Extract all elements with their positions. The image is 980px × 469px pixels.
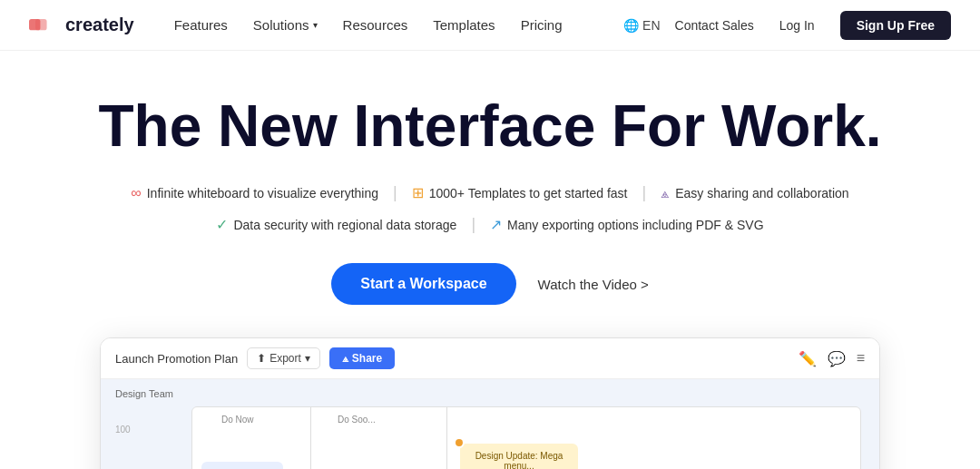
nav-right: 🌐 EN Contact Sales Log In Sign Up Free — [623, 11, 951, 40]
feature-templates: ⊞ 1000+ Templates to get started fast — [397, 184, 642, 201]
column-divider-1 — [310, 407, 311, 469]
nav-links: Features Solutions ▾ Resources Templates… — [163, 10, 623, 40]
hero-features-row1: ∞ Infinite whiteboard to visualize every… — [29, 183, 951, 202]
card-design-update-text: Design Update: Mega menu... — [475, 451, 564, 469]
globe-icon: 🌐 — [623, 18, 639, 33]
export-icon: ↗ — [490, 216, 502, 233]
card-launch-email[interactable]: Launch Email Design Shiva — [201, 462, 283, 469]
hero-title: The New Interface For Work. — [29, 94, 951, 158]
share-icon: ⟁ — [661, 185, 670, 201]
edit-icon[interactable]: ✏️ — [799, 350, 817, 367]
export-button[interactable]: ⬆ Export ▾ — [247, 347, 320, 369]
logo-text: creately — [65, 15, 134, 35]
nav-resources[interactable]: Resources — [332, 10, 419, 40]
feature-security: ✓ Data security with regional data stora… — [201, 216, 471, 233]
app-toolbar: Launch Promotion Plan ⬆ Export ▾ ⟁ Share… — [101, 338, 879, 379]
feature-share: ⟁ Easy sharing and collaboration — [646, 185, 863, 201]
canvas-board: Do Now Do Soo... Launch Email Design Shi… — [191, 406, 861, 469]
nav-features[interactable]: Features — [163, 10, 239, 40]
start-workspace-button[interactable]: Start a Workspace — [331, 263, 515, 305]
col-do-now-label: Do Now — [221, 415, 254, 425]
feature-infinite: ∞ Infinite whiteboard to visualize every… — [116, 185, 393, 201]
logo-icon — [29, 15, 58, 35]
navbar: creately Features Solutions ▾ Resources … — [0, 0, 980, 51]
axis-100-label: 100 — [115, 425, 131, 435]
hero-section: The New Interface For Work. ∞ Infinite w… — [0, 51, 980, 469]
toolbar-right: ✏️ 💬 ≡ — [799, 350, 865, 367]
logo[interactable]: creately — [29, 15, 134, 35]
document-name: Launch Promotion Plan — [115, 352, 238, 366]
card-design-update[interactable]: Design Update: Mega menu... — [460, 444, 578, 469]
app-screenshot: Launch Promotion Plan ⬆ Export ▾ ⟁ Share… — [100, 337, 880, 469]
chevron-down-icon: ▾ — [305, 352, 310, 365]
nav-pricing[interactable]: Pricing — [510, 10, 573, 40]
export-icon: ⬆ — [257, 352, 266, 365]
language-selector[interactable]: 🌐 EN — [623, 18, 660, 33]
contact-sales-link[interactable]: Contact Sales — [675, 18, 754, 33]
templates-icon: ⊞ — [412, 184, 424, 201]
hero-features-row2: ✓ Data security with regional data stora… — [29, 215, 951, 234]
login-link[interactable]: Log In — [769, 13, 826, 38]
svg-rect-1 — [35, 18, 46, 29]
comment-icon[interactable]: 💬 — [828, 350, 846, 367]
nav-templates[interactable]: Templates — [422, 10, 505, 40]
settings-icon[interactable]: ≡ — [857, 350, 865, 366]
col-do-soon-label: Do Soo... — [338, 415, 376, 425]
status-dot-design-update — [454, 437, 465, 448]
watch-video-link[interactable]: Watch the Video > — [538, 277, 649, 292]
team-label: Design Team — [115, 388, 173, 399]
toolbar-left: Launch Promotion Plan ⬆ Export ▾ ⟁ Share — [115, 347, 395, 369]
share-icon: ⟁ — [342, 352, 348, 365]
canvas-area: Design Team 100 Do Now Do Soo... Launch … — [101, 379, 879, 469]
infinite-icon: ∞ — [131, 185, 141, 201]
signup-button[interactable]: Sign Up Free — [840, 11, 951, 40]
cta-row: Start a Workspace Watch the Video > — [29, 263, 951, 305]
shield-icon: ✓ — [216, 216, 228, 233]
column-divider-2 — [446, 407, 447, 469]
feature-export: ↗ Many exporting options including PDF &… — [475, 216, 778, 233]
nav-solutions[interactable]: Solutions ▾ — [242, 10, 328, 40]
chevron-down-icon: ▾ — [313, 20, 318, 30]
share-button[interactable]: ⟁ Share — [329, 347, 395, 369]
